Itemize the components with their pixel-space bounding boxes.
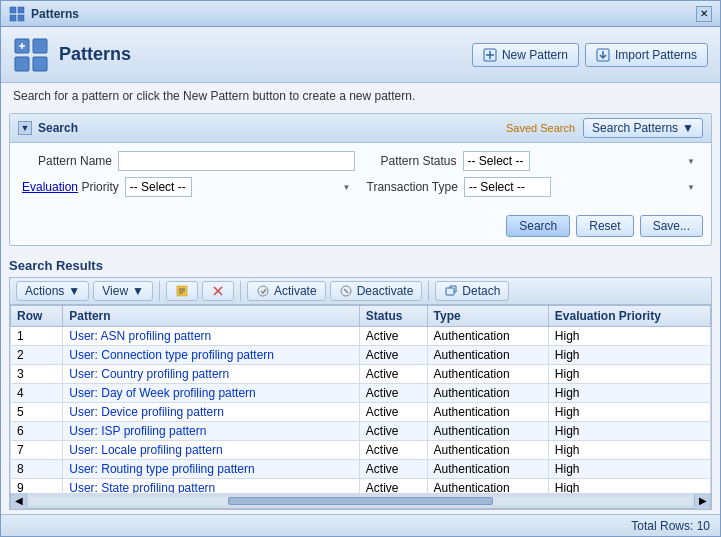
new-pattern-button[interactable]: New Pattern (472, 43, 579, 67)
svg-rect-2 (10, 15, 16, 21)
results-section: Search Results Actions ▼ View ▼ (9, 254, 712, 510)
detach-button[interactable]: Detach (435, 281, 509, 301)
cell-pattern: User: ASN profiling pattern (63, 327, 360, 346)
cell-priority: High (548, 365, 710, 384)
detach-label: Detach (462, 284, 500, 298)
search-header: ▼ Search Saved Search Search Patterns ▼ (10, 114, 711, 143)
cell-type: Authentication (427, 365, 548, 384)
view-button[interactable]: View ▼ (93, 281, 153, 301)
table-row[interactable]: 8 User: Routing type profiling pattern A… (11, 460, 711, 479)
main-window: Patterns ✕ Patterns New Pa (0, 0, 721, 537)
cell-type: Authentication (427, 384, 548, 403)
pattern-name-label: Pattern Name (22, 154, 112, 168)
toolbar-separator-3 (428, 281, 429, 301)
cell-priority: High (548, 441, 710, 460)
transaction-type-label: Transaction Type (367, 180, 458, 194)
pattern-link[interactable]: User: ASN profiling pattern (69, 329, 211, 343)
search-collapse-button[interactable]: ▼ (18, 121, 32, 135)
cell-pattern: User: Connection type profiling pattern (63, 346, 360, 365)
cell-type: Authentication (427, 460, 548, 479)
actions-label: Actions (25, 284, 64, 298)
pattern-name-input[interactable] (118, 151, 355, 171)
search-header-right: Saved Search Search Patterns ▼ (506, 118, 703, 138)
actions-button[interactable]: Actions ▼ (16, 281, 89, 301)
table-row[interactable]: 5 User: Device profiling pattern Active … (11, 403, 711, 422)
scroll-left-button[interactable]: ◀ (11, 493, 27, 509)
header-buttons: New Pattern Import Patterns (472, 43, 708, 67)
horizontal-scrollbar[interactable]: ◀ ▶ (10, 493, 711, 509)
cell-status: Active (359, 441, 427, 460)
pattern-status-select-wrapper: -- Select -- Active Inactive (463, 151, 700, 171)
cell-row: 6 (11, 422, 63, 441)
pattern-link[interactable]: User: Device profiling pattern (69, 405, 224, 419)
saved-search-link[interactable]: Saved Search (506, 122, 575, 134)
title-bar-close-button[interactable]: ✕ (696, 6, 712, 22)
results-table-scroll[interactable]: Row Pattern Status Type Evaluation Prior… (10, 305, 711, 493)
cell-type: Authentication (427, 441, 548, 460)
table-row[interactable]: 4 User: Day of Week profiling pattern Ac… (11, 384, 711, 403)
search-patterns-button[interactable]: Search Patterns ▼ (583, 118, 703, 138)
search-row-2: Evaluation Priority -- Select -- High Me… (22, 177, 699, 197)
cell-status: Active (359, 460, 427, 479)
import-patterns-button[interactable]: Import Patterns (585, 43, 708, 67)
cell-row: 4 (11, 384, 63, 403)
scroll-thumb[interactable] (228, 497, 493, 505)
search-section-title: Search (38, 121, 78, 135)
table-header: Row Pattern Status Type Evaluation Prior… (11, 306, 711, 327)
scroll-track[interactable] (29, 497, 692, 505)
reset-button[interactable]: Reset (576, 215, 633, 237)
cell-pattern: User: State profiling pattern (63, 479, 360, 494)
table-row[interactable]: 1 User: ASN profiling pattern Active Aut… (11, 327, 711, 346)
edit-icon-button[interactable] (166, 281, 198, 301)
table-row[interactable]: 2 User: Connection type profiling patter… (11, 346, 711, 365)
pattern-status-select[interactable]: -- Select -- Active Inactive (463, 151, 530, 171)
page-header: Patterns New Pattern Import Patterns (1, 27, 720, 83)
cell-pattern: User: Device profiling pattern (63, 403, 360, 422)
pattern-link[interactable]: User: Routing type profiling pattern (69, 462, 254, 476)
evaluation-priority-select[interactable]: -- Select -- High Medium Low (125, 177, 192, 197)
title-bar-left: Patterns (9, 6, 79, 22)
deactivate-button[interactable]: Deactivate (330, 281, 423, 301)
evaluation-highlight: Evaluation (22, 180, 78, 194)
pattern-link[interactable]: User: Connection type profiling pattern (69, 348, 274, 362)
cell-row: 2 (11, 346, 63, 365)
pattern-link[interactable]: User: ISP profiling pattern (69, 424, 206, 438)
toolbar-separator-1 (159, 281, 160, 301)
cell-priority: High (548, 384, 710, 403)
pattern-link[interactable]: User: State profiling pattern (69, 481, 215, 493)
search-button[interactable]: Search (506, 215, 570, 237)
results-title: Search Results (9, 254, 712, 277)
results-table-body: 1 User: ASN profiling pattern Active Aut… (11, 327, 711, 494)
save-button[interactable]: Save... (640, 215, 703, 237)
deactivate-label: Deactivate (357, 284, 414, 298)
table-row[interactable]: 9 User: State profiling pattern Active A… (11, 479, 711, 494)
transaction-type-select[interactable]: -- Select -- Authentication (464, 177, 551, 197)
scroll-right-button[interactable]: ▶ (694, 493, 710, 509)
svg-line-23 (344, 289, 348, 293)
delete-icon-button[interactable] (202, 281, 234, 301)
cell-type: Authentication (427, 346, 548, 365)
pattern-link[interactable]: User: Locale profiling pattern (69, 443, 222, 457)
cell-type: Authentication (427, 479, 548, 494)
pattern-link[interactable]: User: Day of Week profiling pattern (69, 386, 256, 400)
table-row[interactable]: 7 User: Locale profiling pattern Active … (11, 441, 711, 460)
svg-rect-5 (33, 39, 47, 53)
search-form: Pattern Name Pattern Status -- Select --… (10, 143, 711, 211)
search-row-1: Pattern Name Pattern Status -- Select --… (22, 151, 699, 171)
activate-button[interactable]: Activate (247, 281, 326, 301)
table-row[interactable]: 6 User: ISP profiling pattern Active Aut… (11, 422, 711, 441)
header-patterns-icon (13, 37, 49, 73)
svg-rect-7 (33, 57, 47, 71)
cell-priority: High (548, 403, 710, 422)
pattern-link[interactable]: User: Country profiling pattern (69, 367, 229, 381)
evaluation-priority-select-wrapper: -- Select -- High Medium Low (125, 177, 355, 197)
results-table-container: Row Pattern Status Type Evaluation Prior… (9, 304, 712, 510)
total-rows-label: Total Rows: 10 (631, 519, 710, 533)
table-row[interactable]: 3 User: Country profiling pattern Active… (11, 365, 711, 384)
svg-rect-6 (15, 57, 29, 71)
cell-status: Active (359, 346, 427, 365)
new-pattern-label: New Pattern (502, 48, 568, 62)
search-patterns-chevron-icon: ▼ (682, 121, 694, 135)
activate-label: Activate (274, 284, 317, 298)
col-evaluation-priority: Evaluation Priority (548, 306, 710, 327)
